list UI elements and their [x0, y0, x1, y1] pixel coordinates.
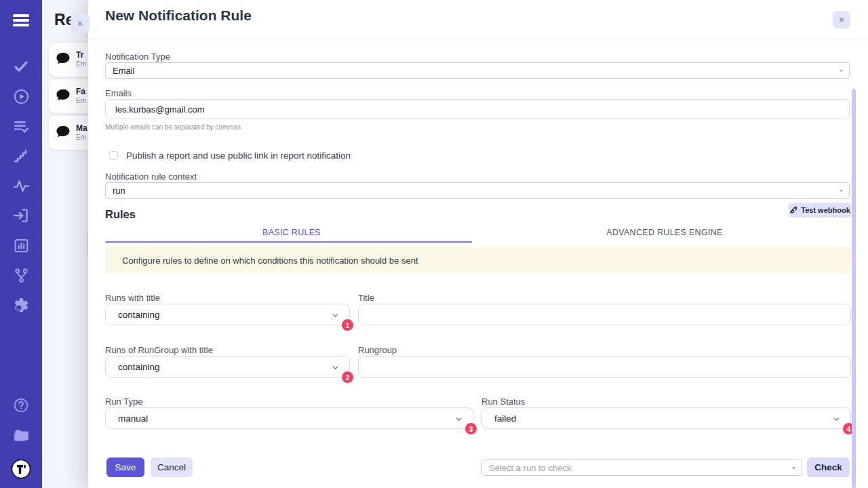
- chat-bubble-icon: [56, 125, 71, 141]
- rules-heading: Rules: [105, 208, 136, 221]
- rungroup-title-label: Runs of RunGroup with title: [105, 345, 213, 355]
- new-notification-rule-modal: New Notification Rule × Notification Typ…: [88, 0, 868, 488]
- list-item-subtitle: Em: [76, 134, 87, 142]
- rule-badge-3: 3: [465, 423, 477, 434]
- modal-title: New Notification Rule: [105, 7, 252, 24]
- rule-badge-1: 1: [342, 319, 353, 331]
- run-to-check-placeholder: Select a run to check: [489, 463, 571, 473]
- runs-with-title-label: Runs with title: [105, 293, 160, 303]
- rungroup-title-value: containing: [118, 362, 160, 372]
- run-type-select[interactable]: manual 3: [105, 407, 473, 429]
- gear-icon[interactable]: [0, 290, 42, 320]
- title-label: Title: [358, 293, 374, 303]
- menu-icon[interactable]: [0, 0, 42, 41]
- chevron-down-icon: [331, 311, 340, 322]
- caret-down-icon: ▼: [839, 68, 844, 73]
- modal-close-button[interactable]: ×: [833, 11, 850, 28]
- run-type-value: manual: [118, 413, 148, 424]
- chevron-down-icon: [832, 415, 841, 426]
- context-select[interactable]: run ▼: [105, 182, 850, 199]
- logo-icon[interactable]: [0, 450, 42, 488]
- tab-advanced-rules-engine[interactable]: ADVANCED RULES ENGINE: [478, 225, 851, 242]
- chevron-down-icon: [454, 415, 463, 426]
- play-circle-icon[interactable]: [0, 81, 42, 111]
- sidebar: [0, 0, 42, 488]
- rules-info-banner: Configure rules to define on which condi…: [105, 247, 851, 274]
- rungroup-input[interactable]: [358, 356, 851, 378]
- emails-label: Emails: [105, 88, 132, 98]
- runs-with-title-value: containing: [118, 310, 160, 320]
- steps-icon[interactable]: [0, 141, 42, 171]
- notification-type-label: Notification Type: [105, 52, 170, 62]
- title-input[interactable]: [358, 304, 851, 325]
- rule-badge-2: 2: [342, 371, 353, 383]
- caret-down-icon: ▼: [839, 188, 844, 193]
- header-divider: [88, 39, 868, 39]
- git-branch-icon[interactable]: [0, 260, 42, 290]
- help-icon[interactable]: [0, 390, 42, 420]
- cancel-button[interactable]: Cancel: [151, 458, 193, 477]
- publish-report-checkbox-label: Publish a report and use public link in …: [126, 150, 351, 161]
- list-item-subtitle: Em: [76, 97, 86, 106]
- check-icon[interactable]: [0, 52, 42, 81]
- list-item-title: Ma: [76, 123, 87, 134]
- test-webhook-label: Test webhook: [801, 206, 850, 214]
- folder-icon[interactable]: [0, 420, 42, 450]
- list-check-icon[interactable]: [0, 111, 42, 141]
- sign-in-icon[interactable]: [0, 201, 42, 230]
- context-label: Notification rule context: [105, 171, 197, 182]
- run-status-label: Run Status: [481, 396, 525, 407]
- notification-type-select[interactable]: Email ▼: [105, 62, 850, 79]
- emails-input[interactable]: [105, 99, 850, 119]
- rungroup-title-select[interactable]: containing 2: [105, 356, 350, 378]
- drawer-close-button[interactable]: ×: [71, 14, 90, 33]
- chat-bubble-icon: [56, 88, 71, 104]
- rungroup-label: Rungroup: [358, 345, 397, 355]
- active-tab-underline: [105, 241, 472, 243]
- run-status-value: failed: [494, 413, 516, 424]
- runs-with-title-select[interactable]: containing 1: [105, 304, 350, 325]
- chat-bubble-icon: [56, 52, 71, 68]
- context-value: run: [113, 186, 125, 196]
- run-status-select[interactable]: failed 4: [481, 407, 851, 429]
- emails-helper-text: Multiple emails can be separated by comm…: [105, 123, 241, 131]
- chevron-down-icon: [331, 363, 340, 374]
- check-button[interactable]: Check: [807, 458, 850, 477]
- test-webhook-button[interactable]: Test webhook: [789, 203, 851, 218]
- modal-scrollbar-thumb[interactable]: [852, 89, 856, 488]
- notification-type-value: Email: [113, 66, 135, 76]
- caret-down-icon: ▼: [791, 466, 796, 470]
- list-item-subtitle: Em: [76, 60, 86, 69]
- bar-chart-icon[interactable]: [0, 230, 42, 260]
- run-type-label: Run Type: [105, 396, 142, 407]
- save-button[interactable]: Save: [106, 458, 144, 477]
- plug-icon: [789, 205, 797, 215]
- rules-tabs: BASIC RULES ADVANCED RULES ENGINE: [105, 225, 851, 242]
- list-item-title: Tr: [76, 50, 86, 60]
- publish-report-checkbox-row[interactable]: Publish a report and use public link in …: [109, 150, 351, 161]
- run-to-check-select[interactable]: Select a run to check ▼: [481, 460, 802, 476]
- list-item-title: Fa: [76, 87, 86, 97]
- publish-report-checkbox[interactable]: [109, 151, 118, 160]
- tab-basic-rules[interactable]: BASIC RULES: [105, 225, 478, 242]
- activity-icon[interactable]: [0, 171, 42, 201]
